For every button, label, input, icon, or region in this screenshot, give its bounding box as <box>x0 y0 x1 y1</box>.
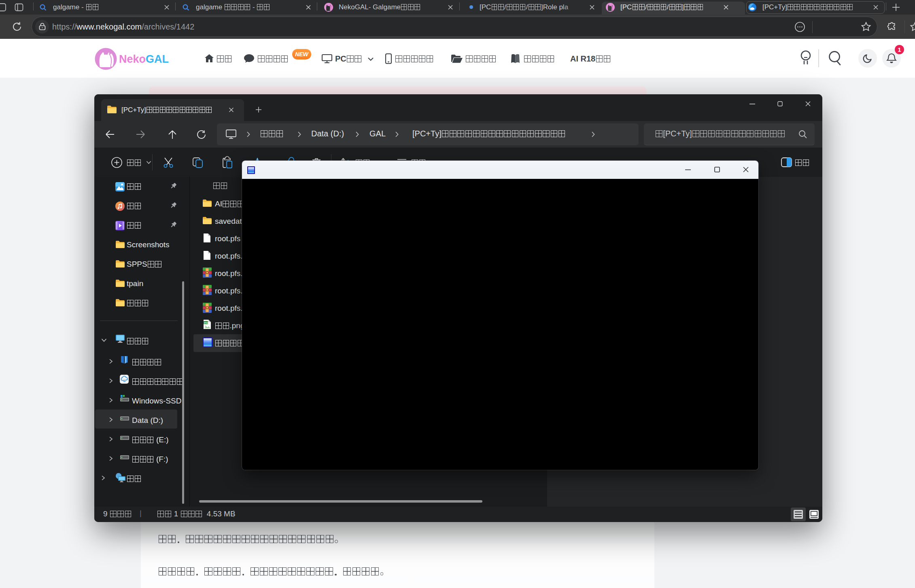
svg-text:PNG: PNG <box>204 322 209 324</box>
